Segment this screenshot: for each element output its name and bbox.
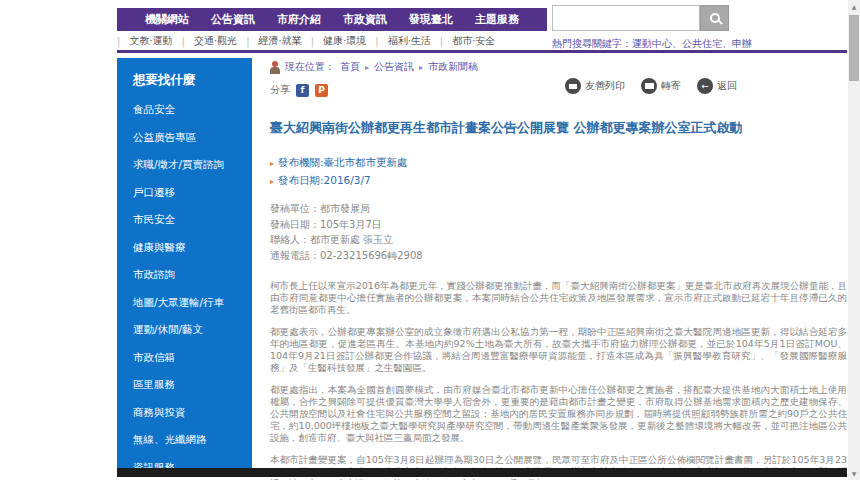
share-row: 分享 f P	[270, 83, 847, 97]
breadcrumb: 現在位置： 首頁 ▸ 公告資訊 ▸ 市政新聞稿	[270, 60, 847, 74]
sidebar-item-food-safety[interactable]: 食品安全	[133, 103, 252, 117]
scroll-up-icon[interactable]: ▲	[848, 0, 860, 13]
print-button[interactable]: 友善列印	[565, 78, 625, 94]
sidebar-item-maps-transit[interactable]: 地圖/大眾運輸/行車	[133, 296, 252, 310]
back-button[interactable]: ← 返回	[697, 78, 737, 94]
sidebar-item-psa-zone[interactable]: 公益廣告專區	[133, 131, 252, 145]
cat-urban-safety[interactable]: 都市·安全	[452, 34, 495, 48]
sidebar-item-sports-arts[interactable]: 運動/休閒/藝文	[133, 323, 252, 337]
article-info-links: ▸ 發布機關:臺北市都市更新處 ▸ 發布日期:2016/3/7	[270, 156, 847, 188]
category-navigation: | 文教·運動 | 交通·觀光 | 經濟·就業 | 健康·環境 | 福利·生活 …	[117, 34, 557, 48]
forward-label: 轉寄	[661, 79, 681, 93]
breadcrumb-press-release: 市政新聞稿	[428, 60, 478, 74]
breadcrumb-separator-icon: ▸	[419, 63, 423, 72]
search-icon	[710, 13, 720, 23]
separator: |	[440, 36, 443, 47]
back-arrow-icon: ←	[697, 78, 713, 94]
nav-item-discover-taipei[interactable]: 發現臺北	[409, 12, 453, 27]
hot-keywords[interactable]: 熱門搜尋關鍵字：運動中心、公共住宅、申辦	[552, 37, 752, 51]
nav-item-city-info[interactable]: 市政資訊	[343, 12, 387, 27]
nav-item-announcements[interactable]: 公告資訊	[211, 12, 255, 27]
publish-agency-label: 發布機關:臺北市都市更新處	[278, 156, 408, 170]
meta-issuing-unit: 發稿單位：都市發展局	[270, 201, 847, 217]
publish-date-label: 發布日期:2016/3/7	[278, 174, 371, 188]
meta-contact-phone: 通報電話：02-23215696轉2908	[270, 248, 847, 264]
nav-item-agency-sites[interactable]: 機關網站	[145, 12, 189, 27]
forward-button[interactable]: 轉寄	[641, 78, 681, 94]
location-person-icon	[270, 61, 280, 74]
paragraph: 都更處指出，本案為全國首創圓夢模式，由市府媒合臺北市都市更新中心擔任公辦都更之實…	[270, 384, 847, 444]
press-meta: 發稿單位：都市發展局 發稿日期：105年3月7日 聯絡人：都市更新處 張玉立 通…	[270, 201, 847, 263]
printer-icon	[565, 78, 581, 94]
article-body: 柯市長上任以來宣示2016年為都更元年，實踐公辦都更推動計畫，而「臺大紹興南街公…	[270, 280, 847, 480]
facebook-share-icon[interactable]: f	[296, 84, 309, 97]
footer-bar	[117, 468, 847, 477]
search-input[interactable]	[552, 5, 700, 31]
sidebar-title: 想要找什麼	[133, 72, 252, 89]
breadcrumb-home[interactable]: 首頁	[340, 60, 360, 74]
meta-issue-date: 發稿日期：105年3月7日	[270, 217, 847, 233]
bullet-arrow-icon: ▸	[270, 177, 274, 186]
main-content: 現在位置： 首頁 ▸ 公告資訊 ▸ 市政新聞稿 分享 f P 友善列印 轉寄 ←…	[270, 60, 847, 480]
breadcrumb-label: 現在位置：	[285, 60, 335, 74]
cat-culture-sports[interactable]: 文教·運動	[129, 34, 172, 48]
quick-find-sidebar: 想要找什麼 食品安全 公益廣告專區 求職/徵才/買賣諮詢 戶口遷移 市民安全 健…	[117, 58, 252, 474]
page-scrollbar[interactable]: ▲ ▼	[848, 0, 860, 480]
nav-item-topic-services[interactable]: 主題服務	[475, 12, 519, 27]
sidebar-item-business-invest[interactable]: 商務與投資	[133, 406, 252, 420]
sidebar-item-jobs[interactable]: 求職/徵才/買賣諮詢	[133, 158, 252, 172]
nav-item-city-gov-intro[interactable]: 市府介紹	[277, 12, 321, 27]
share-label: 分享	[270, 83, 290, 97]
paragraph: 柯市長上任以來宣示2016年為都更元年，實踐公辦都更推動計畫，而「臺大紹興南街公…	[270, 280, 847, 316]
scroll-down-icon[interactable]: ▼	[848, 467, 860, 480]
cat-health-environment[interactable]: 健康·環境	[323, 34, 366, 48]
paragraph: 都更處表示，公辦都更專案辦公室的成立象徵市府邁出公私協力第一程，期盼中正區紹興南…	[270, 326, 847, 374]
breadcrumb-separator-icon: ▸	[365, 63, 369, 72]
publish-date-link[interactable]: ▸ 發布日期:2016/3/7	[270, 174, 847, 188]
sidebar-item-mayor-mailbox[interactable]: 市政信箱	[133, 351, 252, 365]
cat-economy-employment[interactable]: 經濟·就業	[259, 34, 302, 48]
cat-transport-tourism[interactable]: 交通·觀光	[194, 34, 237, 48]
scrollbar-thumb[interactable]	[849, 15, 859, 81]
separator: |	[246, 36, 249, 47]
sidebar-item-district-services[interactable]: 區里服務	[133, 378, 252, 392]
breadcrumb-announcements[interactable]: 公告資訊	[374, 60, 414, 74]
sidebar-item-household[interactable]: 戶口遷移	[133, 186, 252, 200]
sidebar-item-city-consult[interactable]: 市政諮詢	[133, 268, 252, 282]
back-label: 返回	[717, 79, 737, 93]
sidebar-item-health-medical[interactable]: 健康與醫療	[133, 241, 252, 255]
meta-contact-person: 聯絡人：都市更新處 張玉立	[270, 232, 847, 248]
top-navigation: 機關網站 公告資訊 市府介紹 市政資訊 發現臺北 主題服務	[117, 8, 547, 31]
publish-agency-link[interactable]: ▸ 發布機關:臺北市都市更新處	[270, 156, 847, 170]
page: 機關網站 公告資訊 市府介紹 市政資訊 發現臺北 主題服務 | 文教·運動 | …	[0, 0, 860, 480]
separator: |	[311, 36, 314, 47]
sidebar-item-citizen-safety[interactable]: 市民安全	[133, 213, 252, 227]
separator: |	[375, 36, 378, 47]
bullet-arrow-icon: ▸	[270, 159, 274, 168]
mail-icon	[641, 78, 657, 94]
print-label: 友善列印	[585, 79, 625, 93]
search-button[interactable]	[700, 5, 729, 31]
sidebar-item-wireless-network[interactable]: 無線、光纖網路	[133, 433, 252, 447]
plurk-share-icon[interactable]: P	[315, 84, 328, 97]
page-actions: 友善列印 轉寄 ← 返回	[565, 78, 737, 94]
separator: |	[117, 36, 120, 47]
cat-welfare-life[interactable]: 福利·生活	[388, 34, 431, 48]
article-title: 臺大紹興南街公辦都更再生都市計畫案公告公開展覽 公辦都更專案辦公室正式啟動	[270, 119, 770, 136]
separator: |	[182, 36, 185, 47]
